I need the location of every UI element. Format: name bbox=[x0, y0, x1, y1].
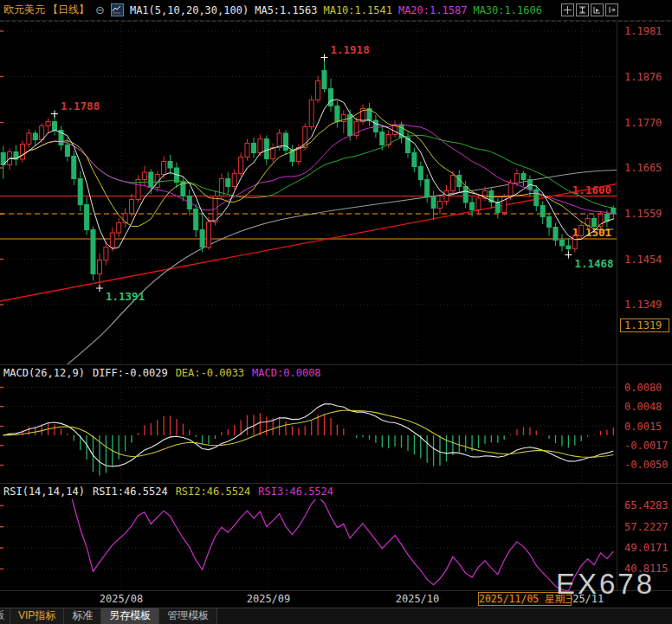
rsi3-value: RSI3:46.5524 bbox=[258, 486, 333, 498]
svg-text:1.1349: 1.1349 bbox=[624, 299, 662, 311]
ma10-value: MA10:1.1541 bbox=[323, 4, 391, 16]
rsi-title: RSI(14,14,14) bbox=[3, 486, 85, 498]
svg-text:0.0080: 0.0080 bbox=[624, 382, 662, 394]
month-label: 2025/09 bbox=[247, 593, 291, 605]
svg-text:1.1876: 1.1876 bbox=[624, 71, 662, 83]
macd-bar-value: MACD:0.0008 bbox=[252, 367, 320, 379]
tab-管理模板[interactable]: 管理模板 bbox=[159, 608, 217, 624]
crosshair-tool-icon[interactable] bbox=[561, 3, 574, 16]
rsi2-value: RSI2:46.5524 bbox=[176, 486, 251, 498]
scale-x-tool-icon[interactable] bbox=[591, 3, 604, 16]
svg-text:1.1559: 1.1559 bbox=[624, 208, 662, 220]
ma-settings-label: MA1(5,10,20,30,100) bbox=[130, 4, 249, 16]
tab-VIP指标[interactable]: VIP指标 bbox=[10, 608, 64, 624]
tab-标准[interactable]: 标准 bbox=[64, 608, 101, 624]
month-label: 2025/10 bbox=[396, 593, 440, 605]
svg-text:-0.0017: -0.0017 bbox=[624, 440, 669, 452]
symbol-title: 欧元美元 bbox=[3, 3, 45, 17]
rsi-pane-header: RSI(14,14,14) RSI1:46.5524 RSI2:46.5524 … bbox=[3, 486, 333, 498]
watermark-logo: EX678 bbox=[556, 568, 655, 601]
svg-text:1.1665: 1.1665 bbox=[624, 162, 662, 174]
period-label[interactable]: 【日线】 bbox=[48, 3, 89, 17]
svg-text:1.1391: 1.1391 bbox=[106, 290, 145, 303]
svg-text:65.4283: 65.4283 bbox=[624, 499, 669, 511]
macd-diff-value: DIFF:-0.0029 bbox=[93, 367, 168, 379]
chart-type-icon[interactable] bbox=[111, 3, 124, 16]
svg-text:1.1600: 1.1600 bbox=[572, 183, 611, 196]
rsi1-value: RSI1:46.5524 bbox=[93, 486, 168, 498]
trading-app-window: 欧元美元 【日线】 ⊖ MA1(5,10,20,30,100) MA5:1.15… bbox=[0, 0, 672, 624]
svg-text:57.2227: 57.2227 bbox=[624, 521, 669, 533]
svg-text:1.1788: 1.1788 bbox=[61, 100, 100, 113]
macd-title: MACD(26,12,9) bbox=[3, 367, 85, 379]
ma5-value: MA5:1.1563 bbox=[255, 4, 317, 16]
circle-minus-icon[interactable]: ⊖ bbox=[95, 4, 105, 16]
template-tab-bar: 版VIP指标标准另存模板管理模板 bbox=[0, 608, 672, 624]
svg-text:-0.0050: -0.0050 bbox=[624, 459, 669, 471]
ma20-value: MA20:1.1587 bbox=[398, 4, 467, 16]
svg-text:1.1981: 1.1981 bbox=[624, 25, 662, 37]
svg-text:0.0048: 0.0048 bbox=[624, 401, 662, 413]
ma30-value: MA30:1.1606 bbox=[473, 4, 541, 16]
svg-text:0.0015: 0.0015 bbox=[624, 421, 662, 433]
tab-另存模板[interactable]: 另存模板 bbox=[101, 608, 159, 624]
month-label: 2025/08 bbox=[100, 593, 144, 605]
scale-y-tool-icon[interactable] bbox=[576, 3, 589, 16]
tab-partial-left[interactable]: 版 bbox=[0, 608, 10, 624]
macd-dea-value: DEA:-0.0033 bbox=[176, 367, 244, 379]
shift-right-tool-icon[interactable] bbox=[605, 3, 618, 16]
chart-header: 欧元美元 【日线】 ⊖ MA1(5,10,20,30,100) MA5:1.15… bbox=[0, 0, 672, 21]
svg-text:1.1770: 1.1770 bbox=[624, 117, 662, 129]
toolbar-icons bbox=[561, 3, 618, 16]
svg-text:1.1468: 1.1468 bbox=[574, 257, 613, 270]
macd-pane-header: MACD(26,12,9) DIFF:-0.0029 DEA:-0.0033 M… bbox=[3, 367, 321, 379]
svg-text:1.1454: 1.1454 bbox=[624, 254, 662, 266]
svg-text:1.1319: 1.1319 bbox=[624, 319, 662, 331]
svg-text:1.1918: 1.1918 bbox=[331, 43, 370, 56]
svg-text:49.0171: 49.0171 bbox=[624, 542, 669, 554]
chart-canvas[interactable]: 1.19811.18761.17701.16651.15591.14541.13… bbox=[0, 21, 672, 591]
